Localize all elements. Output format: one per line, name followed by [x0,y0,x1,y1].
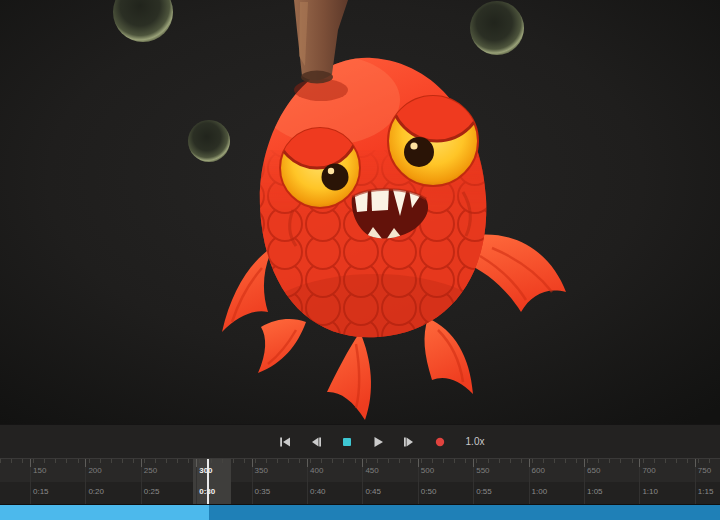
timeline-ruler[interactable]: 1500:152000:202500:253000:303500:354000:… [0,458,720,504]
skip-to-start-icon [279,436,291,448]
previous-frame-icon [310,436,322,448]
transport-bar: 1.0x [0,424,720,458]
skip-to-start-button[interactable] [272,430,298,454]
timeline-scrollbar[interactable] [0,504,720,520]
animation-player-app: 1.0x 1500:152000:202500:253000:303500:35… [0,0,720,520]
stop-button[interactable] [334,430,360,454]
next-frame-icon [403,436,415,448]
play-icon [372,436,384,448]
record-icon [434,436,446,448]
transport-controls: 1.0x [272,430,485,454]
timeline-scrollbar-thumb[interactable] [0,505,209,520]
previous-frame-button[interactable] [303,430,329,454]
next-frame-button[interactable] [396,430,422,454]
viewport-canvas[interactable] [0,0,720,424]
fish-character-artwork [0,0,720,424]
record-button[interactable] [427,430,453,454]
playback-speed-label[interactable]: 1.0x [466,436,485,447]
stop-icon [341,436,353,448]
playhead[interactable] [207,459,209,504]
timeline-ticks: 1500:152000:202500:253000:303500:354000:… [0,459,720,504]
play-button[interactable] [365,430,391,454]
